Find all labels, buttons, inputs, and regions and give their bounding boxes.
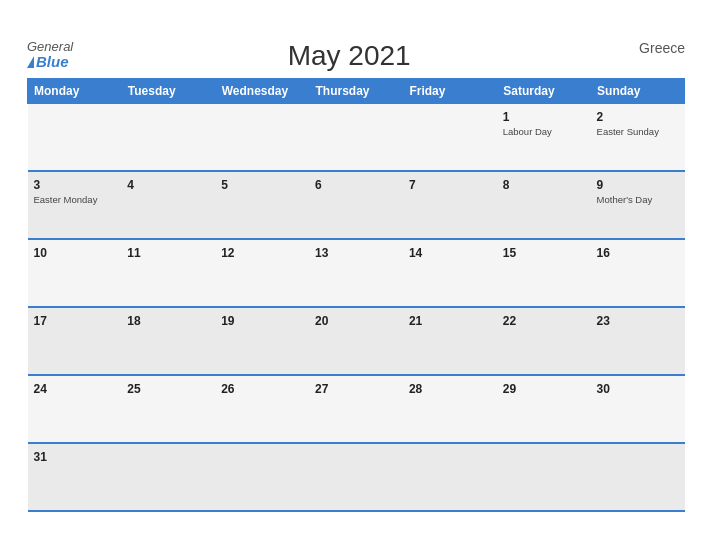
calendar-cell: 10 <box>28 239 122 307</box>
calendar-week-row: 1Labour Day2Easter Sunday <box>28 103 685 171</box>
day-number: 3 <box>34 178 116 192</box>
header-wednesday: Wednesday <box>215 78 309 103</box>
calendar-cell: 11 <box>121 239 215 307</box>
day-number: 16 <box>597 246 679 260</box>
day-number: 4 <box>127 178 209 192</box>
day-number: 2 <box>597 110 679 124</box>
calendar-cell: 2Easter Sunday <box>591 103 685 171</box>
calendar-cell <box>403 103 497 171</box>
day-number: 21 <box>409 314 491 328</box>
day-number: 27 <box>315 382 397 396</box>
day-number: 1 <box>503 110 585 124</box>
calendar-cell <box>309 443 403 511</box>
day-number: 10 <box>34 246 116 260</box>
calendar-cell: 27 <box>309 375 403 443</box>
calendar-cell <box>215 443 309 511</box>
header-thursday: Thursday <box>309 78 403 103</box>
calendar-week-row: 31 <box>28 443 685 511</box>
calendar-cell: 4 <box>121 171 215 239</box>
calendar-cell <box>121 103 215 171</box>
calendar-cell: 5 <box>215 171 309 239</box>
calendar-cell <box>28 103 122 171</box>
holiday-name: Easter Monday <box>34 194 116 205</box>
header-friday: Friday <box>403 78 497 103</box>
header-saturday: Saturday <box>497 78 591 103</box>
calendar-cell <box>309 103 403 171</box>
calendar-container: General Blue May 2021 Greece Monday Tues… <box>11 22 701 529</box>
calendar-week-row: 24252627282930 <box>28 375 685 443</box>
calendar-cell: 17 <box>28 307 122 375</box>
logo-triangle-icon <box>27 56 34 68</box>
day-number: 19 <box>221 314 303 328</box>
calendar-cell: 31 <box>28 443 122 511</box>
day-number: 6 <box>315 178 397 192</box>
day-number: 9 <box>597 178 679 192</box>
calendar-cell: 3Easter Monday <box>28 171 122 239</box>
day-number: 11 <box>127 246 209 260</box>
calendar-cell: 1Labour Day <box>497 103 591 171</box>
calendar-cell: 21 <box>403 307 497 375</box>
calendar-cell: 23 <box>591 307 685 375</box>
logo-general-text: General <box>27 40 73 54</box>
calendar-cell: 30 <box>591 375 685 443</box>
day-number: 30 <box>597 382 679 396</box>
month-title: May 2021 <box>73 40 625 72</box>
day-number: 17 <box>34 314 116 328</box>
calendar-cell: 9Mother's Day <box>591 171 685 239</box>
day-number: 28 <box>409 382 491 396</box>
calendar-cell: 20 <box>309 307 403 375</box>
day-number: 23 <box>597 314 679 328</box>
day-number: 29 <box>503 382 585 396</box>
day-number: 15 <box>503 246 585 260</box>
calendar-cell: 12 <box>215 239 309 307</box>
calendar-week-row: 3Easter Monday456789Mother's Day <box>28 171 685 239</box>
calendar-cell: 13 <box>309 239 403 307</box>
day-number: 31 <box>34 450 116 464</box>
calendar-header: General Blue May 2021 Greece <box>27 40 685 72</box>
calendar-cell: 22 <box>497 307 591 375</box>
calendar-cell <box>121 443 215 511</box>
calendar-cell: 25 <box>121 375 215 443</box>
calendar-cell: 18 <box>121 307 215 375</box>
day-number: 14 <box>409 246 491 260</box>
holiday-name: Mother's Day <box>597 194 679 205</box>
holiday-name: Labour Day <box>503 126 585 137</box>
header-sunday: Sunday <box>591 78 685 103</box>
day-number: 22 <box>503 314 585 328</box>
logo-blue-text: Blue <box>36 54 69 71</box>
logo: General Blue <box>27 40 73 71</box>
calendar-cell: 6 <box>309 171 403 239</box>
calendar-cell <box>215 103 309 171</box>
calendar-cell: 7 <box>403 171 497 239</box>
calendar-cell: 26 <box>215 375 309 443</box>
header-tuesday: Tuesday <box>121 78 215 103</box>
day-number: 7 <box>409 178 491 192</box>
calendar-cell <box>497 443 591 511</box>
calendar-cell: 19 <box>215 307 309 375</box>
calendar-cell: 16 <box>591 239 685 307</box>
day-number: 20 <box>315 314 397 328</box>
weekday-header-row: Monday Tuesday Wednesday Thursday Friday… <box>28 78 685 103</box>
day-number: 25 <box>127 382 209 396</box>
calendar-cell: 29 <box>497 375 591 443</box>
day-number: 5 <box>221 178 303 192</box>
day-number: 26 <box>221 382 303 396</box>
holiday-name: Easter Sunday <box>597 126 679 137</box>
day-number: 24 <box>34 382 116 396</box>
calendar-cell <box>403 443 497 511</box>
calendar-table: Monday Tuesday Wednesday Thursday Friday… <box>27 78 685 513</box>
calendar-cell: 14 <box>403 239 497 307</box>
calendar-cell: 15 <box>497 239 591 307</box>
day-number: 13 <box>315 246 397 260</box>
day-number: 12 <box>221 246 303 260</box>
calendar-cell: 8 <box>497 171 591 239</box>
calendar-week-row: 10111213141516 <box>28 239 685 307</box>
calendar-cell <box>591 443 685 511</box>
calendar-week-row: 17181920212223 <box>28 307 685 375</box>
country-label: Greece <box>625 40 685 56</box>
calendar-cell: 28 <box>403 375 497 443</box>
day-number: 18 <box>127 314 209 328</box>
calendar-cell: 24 <box>28 375 122 443</box>
header-monday: Monday <box>28 78 122 103</box>
day-number: 8 <box>503 178 585 192</box>
